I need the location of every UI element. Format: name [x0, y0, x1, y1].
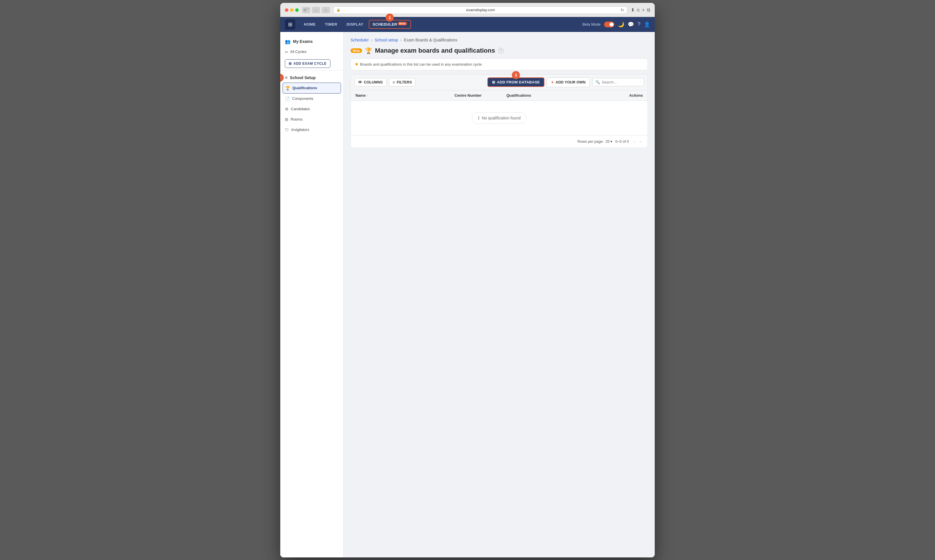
annotation-3: 3	[512, 71, 520, 79]
page-title-row: Beta 🏆 Manage exam boards and qualificat…	[350, 47, 648, 54]
next-page-button[interactable]: ›	[638, 138, 643, 145]
scheduler-wrapper: 1 SCHEDULERBeta	[369, 20, 411, 29]
search-icon: 🔍	[596, 80, 600, 84]
beta-mode-label: Beta Mode	[582, 22, 600, 26]
nav-right: Beta Mode 🌙 💬 ? 👤	[582, 21, 650, 28]
rows-per-page-chevron: ▾	[610, 139, 613, 144]
new-tab-button[interactable]: +	[642, 8, 645, 13]
add-your-own-button[interactable]: + ADD YOUR OWN	[547, 77, 590, 87]
add-exam-cycle-button[interactable]: ⊞ ADD EXAM CYCLE	[285, 59, 330, 68]
forward-button[interactable]: ›	[322, 7, 330, 13]
sort-icon-name[interactable]: ↑	[367, 94, 369, 97]
table-toolbar: 👁 COLUMNS ≡ FILTERS 3 ⊞ ADD FROM DATABAS…	[350, 74, 648, 90]
rows-per-page-select[interactable]: 25 ▾	[605, 139, 613, 144]
beta-mode-toggle[interactable]	[604, 22, 614, 27]
sidebar-item-all-cycles[interactable]: ∞ All Cycles	[280, 47, 343, 57]
columns-icon: 👁	[358, 80, 362, 85]
maximize-button[interactable]	[295, 8, 299, 12]
filters-label: FILTERS	[397, 80, 412, 84]
qualifications-wrapper: 🏆 Qualifications	[280, 83, 343, 94]
url-text: examdisplay.com	[342, 8, 619, 12]
sidebar-item-invigilators[interactable]: 🛡 Invigilators	[280, 125, 343, 135]
search-box[interactable]: 🔍	[592, 78, 644, 86]
address-bar[interactable]: 🔒 examdisplay.com ↻	[333, 6, 627, 14]
split-view-button[interactable]: ⧉	[647, 8, 650, 13]
back-button[interactable]: ‹	[312, 7, 320, 13]
sidebar-item-rooms[interactable]: ⊞ Rooms	[280, 114, 343, 125]
close-button[interactable]	[285, 8, 289, 12]
rooms-icon: ⊞	[285, 117, 289, 122]
account-button[interactable]: 👤	[644, 21, 650, 28]
sidebar: 👥 My Exams ∞ All Cycles ⊞ ADD EXAM CYCLE…	[280, 32, 344, 557]
qualifications-label: Qualifications	[292, 86, 317, 90]
columns-button[interactable]: 👁 COLUMNS	[354, 78, 387, 87]
filters-button[interactable]: ≡ FILTERS	[389, 78, 416, 87]
info-dot	[355, 63, 358, 65]
breadcrumb-scheduler[interactable]: Scheduler	[350, 38, 369, 42]
table-footer: Rows per page: 25 ▾ 0–0 of 0 ‹ ›	[351, 135, 648, 148]
cycles-icon: ∞	[285, 49, 288, 54]
empty-message: ℹ No qualification found	[472, 112, 527, 124]
info-bar: Boards and qualifications in this list c…	[350, 58, 648, 70]
breadcrumb-sep-1: ›	[371, 38, 372, 42]
nav-logo[interactable]: ⊞	[285, 19, 295, 30]
table-container: Name ↑ Centre Number Qualifications Acti…	[350, 90, 648, 148]
sidebar-item-candidates[interactable]: ⚙ Candidates	[280, 104, 343, 114]
empty-text: No qualification found	[482, 116, 521, 120]
scheduler-badge: Beta	[398, 22, 407, 25]
rooms-label: Rooms	[291, 117, 302, 122]
sidebar-item-qualifications[interactable]: 🏆 Qualifications	[282, 83, 341, 94]
main-layout: 👥 My Exams ∞ All Cycles ⊞ ADD EXAM CYCLE…	[280, 32, 655, 557]
add-from-db-label: ADD FROM DATABASE	[497, 80, 540, 84]
pagination-info: 0–0 of 0	[615, 139, 629, 144]
trophy-icon: 🏆	[365, 47, 372, 54]
nav-home-button[interactable]: HOME	[300, 20, 320, 29]
my-exams-label: My Exams	[293, 39, 313, 44]
th-centre-number: Centre Number	[455, 93, 506, 98]
rows-per-page-label: Rows per page:	[577, 139, 604, 144]
my-exams-header[interactable]: 👥 My Exams	[280, 37, 343, 47]
info-circle-icon: ℹ	[478, 115, 480, 121]
help-button[interactable]: ?	[637, 21, 640, 27]
breadcrumb-current: Exam Boards & Qualifications	[404, 38, 457, 42]
reload-button[interactable]: ↻	[621, 8, 624, 12]
qualifications-icon: 🏆	[285, 86, 290, 90]
downloads-button[interactable]: ⬇	[631, 7, 634, 13]
add-exam-cycle-wrapper: ⊞ ADD EXAM CYCLE	[280, 59, 343, 68]
nav-timer-button[interactable]: TIMER	[321, 20, 341, 29]
school-setup-wrapper: 2 ≡ School Setup	[280, 73, 320, 83]
browser-actions: ⬇ ⎋ + ⧉	[631, 7, 650, 13]
invigilators-label: Invigilators	[291, 128, 309, 132]
info-text: Boards and qualifications in this list c…	[360, 62, 483, 66]
table-empty-state: ℹ No qualification found	[351, 101, 648, 135]
chat-button[interactable]: 💬	[628, 21, 634, 28]
add-db-icon: ⊞	[492, 80, 495, 84]
school-setup-icon: ≡	[285, 75, 287, 80]
dark-mode-button[interactable]: 🌙	[618, 21, 624, 28]
candidates-icon: ⚙	[285, 107, 289, 111]
lock-icon: 🔒	[336, 8, 341, 12]
prev-page-button[interactable]: ‹	[632, 138, 637, 145]
school-setup-header[interactable]: ≡ School Setup	[280, 73, 320, 83]
share-button[interactable]: ⎋	[637, 8, 640, 13]
beta-badge: Beta	[350, 48, 362, 53]
traffic-lights	[285, 8, 299, 12]
add-own-label: ADD YOUR OWN	[555, 80, 586, 84]
minimize-button[interactable]	[290, 8, 293, 12]
sidebar-item-components[interactable]: 📄 Components	[280, 94, 343, 104]
filters-icon: ≡	[393, 80, 395, 85]
page-title: Manage exam boards and qualifications	[375, 47, 495, 54]
content-area: Scheduler › School setup › Exam Boards &…	[344, 32, 655, 557]
search-input[interactable]	[602, 80, 641, 84]
add-icon: ⊞	[289, 62, 292, 66]
breadcrumb-school-setup[interactable]: School setup	[375, 38, 398, 42]
sidebar-toggle-button[interactable]: ⊡ ˅	[302, 7, 310, 13]
nav-display-button[interactable]: DISPLAY	[343, 20, 367, 29]
help-circle-icon[interactable]: ?	[498, 48, 504, 54]
nav-bar: ⊞ HOME TIMER DISPLAY 1 SCHEDULERBeta Bet…	[280, 17, 655, 32]
columns-label: COLUMNS	[364, 80, 383, 84]
add-db-wrapper: 3 ⊞ ADD FROM DATABASE	[488, 77, 545, 87]
breadcrumb: Scheduler › School setup › Exam Boards &…	[350, 38, 648, 42]
logo-icon: ⊞	[288, 21, 292, 28]
pagination-nav: ‹ ›	[632, 138, 643, 145]
